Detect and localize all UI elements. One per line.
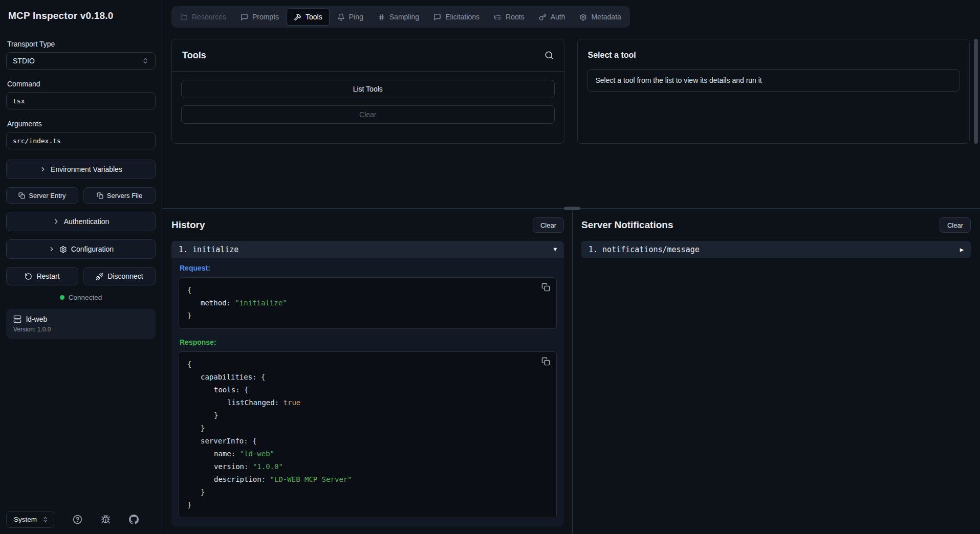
tab-resources[interactable]: Resources (173, 8, 233, 26)
chevron-right-icon (39, 166, 47, 173)
tab-ping[interactable]: Ping (331, 8, 370, 26)
connection-buttons: Restart Disconnect (6, 267, 156, 285)
main-content: Resources Prompts Tools Ping Sampling El… (162, 0, 980, 534)
sidebar-footer: System (6, 511, 156, 528)
tool-details-title: Select a tool (588, 51, 636, 60)
tab-sampling[interactable]: Sampling (371, 8, 426, 26)
history-title: History (171, 219, 205, 231)
bell-icon (337, 13, 345, 21)
response-code-block: {capabilities: {tools: {listChanged: tru… (179, 351, 557, 518)
gear-icon (579, 13, 587, 21)
list-tools-button[interactable]: List Tools (181, 80, 555, 98)
horizontal-resize-divider[interactable] (162, 208, 980, 209)
tool-placeholder-message: Select a tool from the list to view its … (587, 69, 961, 92)
tab-label: Sampling (389, 13, 419, 21)
github-button[interactable] (129, 515, 139, 524)
disconnect-icon (96, 273, 103, 280)
panels-row: Tools List Tools Clear Select a tool Sel… (171, 39, 970, 144)
history-section: History Clear 1. initialize ▼ Request: {… (162, 209, 572, 534)
chevron-right-icon (53, 218, 60, 225)
tab-roots[interactable]: Roots (487, 8, 531, 26)
tab-label: Metadata (591, 13, 621, 21)
transport-type-value: STDIO (13, 57, 35, 65)
resize-handle[interactable] (564, 207, 580, 210)
transport-field: Transport Type STDIO (6, 40, 156, 70)
arguments-label: Arguments (7, 120, 155, 128)
restart-icon (25, 273, 32, 280)
chevrons-up-down-icon (42, 516, 49, 523)
tab-tools[interactable]: Tools (287, 8, 330, 26)
chevron-right-icon (48, 246, 55, 253)
history-entry-title: 1. initialize (179, 245, 238, 254)
bottom-area: History Clear 1. initialize ▼ Request: {… (162, 209, 980, 534)
clear-history-button[interactable]: Clear (533, 217, 564, 233)
authentication-button[interactable]: Authentication (6, 212, 156, 231)
prompts-icon (241, 13, 248, 21)
tab-label: Auth (551, 13, 565, 21)
theme-select[interactable]: System (6, 511, 54, 528)
transport-type-select[interactable]: STDIO (6, 52, 156, 70)
tab-label: Prompts (252, 13, 279, 21)
servers-file-button[interactable]: Servers File (83, 187, 156, 204)
gear-icon (59, 246, 67, 253)
arguments-field: Arguments (6, 120, 156, 149)
tab-label: Roots (506, 13, 525, 21)
response-json: {capabilities: {tools: {listChanged: tru… (187, 358, 548, 511)
configuration-button[interactable]: Configuration (6, 239, 156, 259)
top-area: Resources Prompts Tools Ping Sampling El… (162, 0, 980, 208)
tab-elicitations[interactable]: Elicitations (427, 8, 486, 26)
tab-label: Elicitations (445, 13, 480, 21)
tools-panel-title: Tools (182, 50, 206, 61)
copy-icon (18, 192, 25, 199)
message-icon (433, 13, 441, 21)
tab-bar: Resources Prompts Tools Ping Sampling El… (171, 6, 630, 28)
help-button[interactable] (73, 515, 82, 524)
tree-icon (494, 13, 502, 21)
request-code-block: {method: "initialize"} (179, 277, 557, 329)
command-input[interactable] (6, 92, 156, 109)
tab-label: Tools (306, 13, 322, 21)
bug-icon (101, 515, 111, 524)
expand-icon: ▶ (960, 246, 964, 253)
server-entry-button[interactable]: Server Entry (6, 187, 78, 204)
debug-button[interactable] (101, 515, 111, 524)
copy-response-button[interactable] (541, 357, 550, 366)
clear-notifications-button[interactable]: Clear (940, 217, 971, 233)
files-icon (97, 192, 103, 199)
help-circle-icon (73, 515, 82, 524)
github-icon (129, 515, 139, 524)
key-icon (539, 13, 547, 21)
clear-tools-button[interactable]: Clear (181, 105, 555, 124)
restart-label: Restart (36, 272, 59, 280)
server-file-buttons: Server Entry Servers File (6, 187, 156, 204)
scrollbar[interactable] (974, 39, 978, 144)
server-info-card: ld-web Version: 1.0.0 (6, 309, 156, 339)
notifications-title: Server Notifications (581, 219, 673, 231)
request-label: Request: (180, 264, 557, 272)
copy-request-button[interactable] (541, 283, 550, 292)
tab-metadata[interactable]: Metadata (573, 8, 627, 26)
connection-status: Connected (6, 294, 156, 301)
command-field: Command (6, 80, 156, 109)
sidebar: MCP Inspector v0.18.0 Transport Type STD… (0, 0, 162, 534)
disconnect-button[interactable]: Disconnect (83, 267, 156, 285)
notification-entry[interactable]: 1. notifications/message ▶ (581, 241, 971, 258)
hash-icon (378, 13, 385, 21)
search-icon[interactable] (545, 51, 554, 60)
server-icon (13, 315, 21, 323)
theme-value: System (14, 516, 37, 523)
copy-icon (541, 283, 550, 292)
tab-prompts[interactable]: Prompts (234, 8, 286, 26)
arguments-input[interactable] (6, 132, 156, 149)
environment-variables-button[interactable]: Environment Variables (6, 160, 156, 179)
collapse-icon: ▼ (553, 246, 557, 253)
app-title: MCP Inspector v0.18.0 (8, 10, 154, 21)
server-version: Version: 1.0.0 (13, 326, 148, 333)
connection-status-text: Connected (69, 294, 102, 301)
history-entry-header[interactable]: 1. initialize ▼ (171, 241, 564, 258)
restart-button[interactable]: Restart (6, 267, 78, 285)
tab-auth[interactable]: Auth (532, 8, 572, 26)
tab-label: Ping (349, 13, 363, 21)
copy-icon (541, 357, 550, 366)
server-name: ld-web (26, 315, 47, 323)
